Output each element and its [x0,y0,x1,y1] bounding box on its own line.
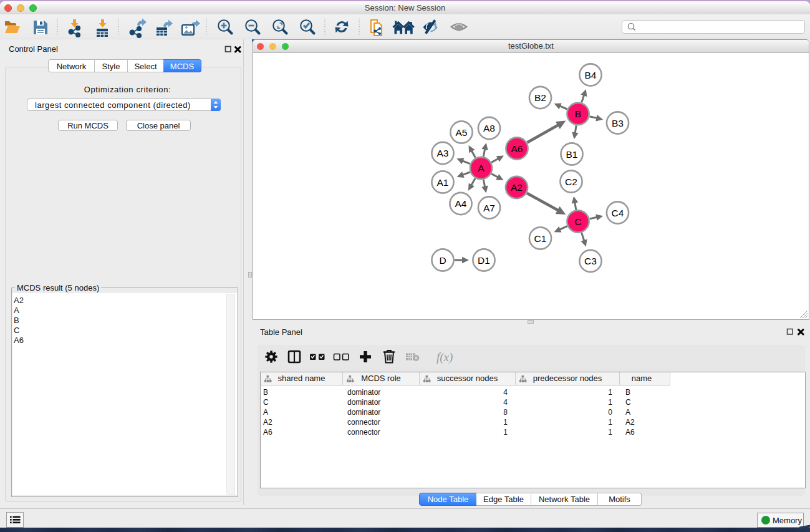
svg-text:C2: C2 [565,177,577,187]
svg-text:A4: A4 [455,198,467,209]
svg-text:A2: A2 [511,182,523,193]
svg-text:D: D [439,255,446,266]
svg-text:A5: A5 [456,127,468,138]
svg-text:C3: C3 [584,256,597,266]
svg-text:A8: A8 [483,123,495,133]
svg-text:A: A [478,163,485,173]
svg-text:B3: B3 [612,118,624,128]
svg-text:A6: A6 [511,143,523,154]
svg-text:B1: B1 [566,149,578,160]
svg-text:B2: B2 [534,92,546,103]
svg-text:f(x): f(x) [436,351,453,364]
svg-text:C4: C4 [612,208,624,218]
svg-text:B4: B4 [585,70,597,80]
svg-text:A3: A3 [437,148,449,158]
svg-text:A7: A7 [483,203,495,213]
svg-text:D1: D1 [478,255,490,266]
svg-text:C1: C1 [534,233,547,244]
svg-text:A1: A1 [437,177,449,188]
svg-text:B: B [575,109,581,119]
svg-text:C: C [574,216,581,227]
